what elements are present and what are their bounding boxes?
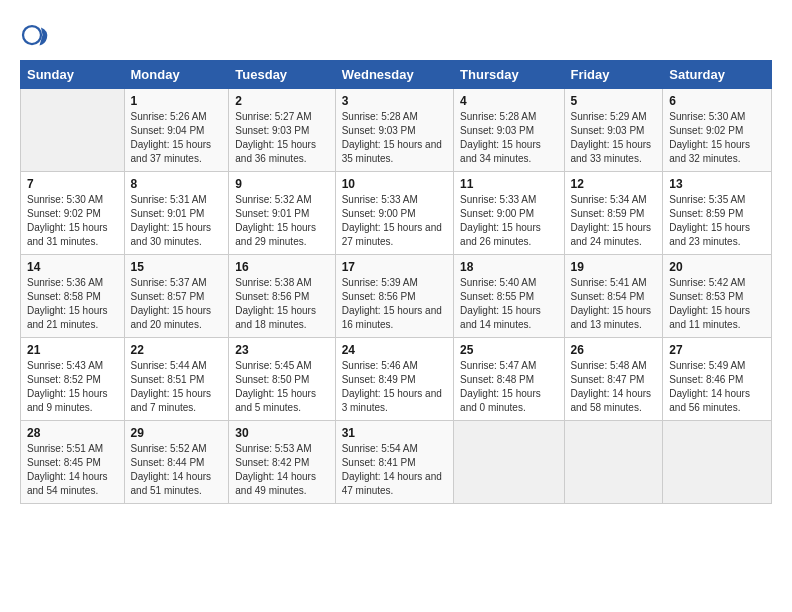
day-cell: 10Sunrise: 5:33 AMSunset: 9:00 PMDayligh… (335, 172, 453, 255)
day-cell: 28Sunrise: 5:51 AMSunset: 8:45 PMDayligh… (21, 421, 125, 504)
day-number: 19 (571, 260, 657, 274)
weekday-header-saturday: Saturday (663, 61, 772, 89)
day-number: 25 (460, 343, 557, 357)
day-info: Sunrise: 5:43 AMSunset: 8:52 PMDaylight:… (27, 359, 118, 415)
day-info: Sunrise: 5:47 AMSunset: 8:48 PMDaylight:… (460, 359, 557, 415)
day-number: 7 (27, 177, 118, 191)
day-number: 12 (571, 177, 657, 191)
day-number: 16 (235, 260, 328, 274)
day-cell: 3Sunrise: 5:28 AMSunset: 9:03 PMDaylight… (335, 89, 453, 172)
day-info: Sunrise: 5:42 AMSunset: 8:53 PMDaylight:… (669, 276, 765, 332)
day-number: 11 (460, 177, 557, 191)
day-info: Sunrise: 5:39 AMSunset: 8:56 PMDaylight:… (342, 276, 447, 332)
day-cell (454, 421, 564, 504)
weekday-header-thursday: Thursday (454, 61, 564, 89)
day-cell: 16Sunrise: 5:38 AMSunset: 8:56 PMDayligh… (229, 255, 335, 338)
day-cell: 11Sunrise: 5:33 AMSunset: 9:00 PMDayligh… (454, 172, 564, 255)
day-cell: 14Sunrise: 5:36 AMSunset: 8:58 PMDayligh… (21, 255, 125, 338)
day-number: 1 (131, 94, 223, 108)
day-cell: 2Sunrise: 5:27 AMSunset: 9:03 PMDaylight… (229, 89, 335, 172)
day-cell: 15Sunrise: 5:37 AMSunset: 8:57 PMDayligh… (124, 255, 229, 338)
weekday-header-friday: Friday (564, 61, 663, 89)
day-number: 6 (669, 94, 765, 108)
day-cell: 26Sunrise: 5:48 AMSunset: 8:47 PMDayligh… (564, 338, 663, 421)
day-number: 20 (669, 260, 765, 274)
day-info: Sunrise: 5:33 AMSunset: 9:00 PMDaylight:… (460, 193, 557, 249)
day-cell: 20Sunrise: 5:42 AMSunset: 8:53 PMDayligh… (663, 255, 772, 338)
day-number: 15 (131, 260, 223, 274)
day-number: 5 (571, 94, 657, 108)
day-info: Sunrise: 5:44 AMSunset: 8:51 PMDaylight:… (131, 359, 223, 415)
day-cell: 19Sunrise: 5:41 AMSunset: 8:54 PMDayligh… (564, 255, 663, 338)
day-info: Sunrise: 5:37 AMSunset: 8:57 PMDaylight:… (131, 276, 223, 332)
day-info: Sunrise: 5:32 AMSunset: 9:01 PMDaylight:… (235, 193, 328, 249)
calendar-table: SundayMondayTuesdayWednesdayThursdayFrid… (20, 60, 772, 504)
day-info: Sunrise: 5:49 AMSunset: 8:46 PMDaylight:… (669, 359, 765, 415)
day-info: Sunrise: 5:46 AMSunset: 8:49 PMDaylight:… (342, 359, 447, 415)
day-cell: 1Sunrise: 5:26 AMSunset: 9:04 PMDaylight… (124, 89, 229, 172)
day-cell: 13Sunrise: 5:35 AMSunset: 8:59 PMDayligh… (663, 172, 772, 255)
day-cell: 21Sunrise: 5:43 AMSunset: 8:52 PMDayligh… (21, 338, 125, 421)
day-number: 13 (669, 177, 765, 191)
week-row-1: 1Sunrise: 5:26 AMSunset: 9:04 PMDaylight… (21, 89, 772, 172)
day-number: 26 (571, 343, 657, 357)
weekday-header-wednesday: Wednesday (335, 61, 453, 89)
weekday-header-monday: Monday (124, 61, 229, 89)
day-number: 27 (669, 343, 765, 357)
day-cell: 27Sunrise: 5:49 AMSunset: 8:46 PMDayligh… (663, 338, 772, 421)
day-number: 31 (342, 426, 447, 440)
day-cell: 22Sunrise: 5:44 AMSunset: 8:51 PMDayligh… (124, 338, 229, 421)
week-row-4: 21Sunrise: 5:43 AMSunset: 8:52 PMDayligh… (21, 338, 772, 421)
day-cell: 18Sunrise: 5:40 AMSunset: 8:55 PMDayligh… (454, 255, 564, 338)
day-number: 22 (131, 343, 223, 357)
day-info: Sunrise: 5:54 AMSunset: 8:41 PMDaylight:… (342, 442, 447, 498)
day-number: 21 (27, 343, 118, 357)
day-cell (663, 421, 772, 504)
day-info: Sunrise: 5:48 AMSunset: 8:47 PMDaylight:… (571, 359, 657, 415)
header (20, 20, 772, 50)
day-info: Sunrise: 5:26 AMSunset: 9:04 PMDaylight:… (131, 110, 223, 166)
day-number: 8 (131, 177, 223, 191)
day-info: Sunrise: 5:28 AMSunset: 9:03 PMDaylight:… (342, 110, 447, 166)
day-number: 24 (342, 343, 447, 357)
day-cell: 31Sunrise: 5:54 AMSunset: 8:41 PMDayligh… (335, 421, 453, 504)
day-cell (564, 421, 663, 504)
day-info: Sunrise: 5:40 AMSunset: 8:55 PMDaylight:… (460, 276, 557, 332)
week-row-2: 7Sunrise: 5:30 AMSunset: 9:02 PMDaylight… (21, 172, 772, 255)
day-info: Sunrise: 5:38 AMSunset: 8:56 PMDaylight:… (235, 276, 328, 332)
day-number: 29 (131, 426, 223, 440)
day-number: 14 (27, 260, 118, 274)
day-info: Sunrise: 5:34 AMSunset: 8:59 PMDaylight:… (571, 193, 657, 249)
day-info: Sunrise: 5:45 AMSunset: 8:50 PMDaylight:… (235, 359, 328, 415)
day-info: Sunrise: 5:36 AMSunset: 8:58 PMDaylight:… (27, 276, 118, 332)
day-cell: 4Sunrise: 5:28 AMSunset: 9:03 PMDaylight… (454, 89, 564, 172)
day-cell: 7Sunrise: 5:30 AMSunset: 9:02 PMDaylight… (21, 172, 125, 255)
header-row: SundayMondayTuesdayWednesdayThursdayFrid… (21, 61, 772, 89)
day-number: 4 (460, 94, 557, 108)
day-info: Sunrise: 5:27 AMSunset: 9:03 PMDaylight:… (235, 110, 328, 166)
svg-point-0 (23, 26, 41, 44)
day-info: Sunrise: 5:52 AMSunset: 8:44 PMDaylight:… (131, 442, 223, 498)
day-cell: 24Sunrise: 5:46 AMSunset: 8:49 PMDayligh… (335, 338, 453, 421)
day-info: Sunrise: 5:35 AMSunset: 8:59 PMDaylight:… (669, 193, 765, 249)
week-row-3: 14Sunrise: 5:36 AMSunset: 8:58 PMDayligh… (21, 255, 772, 338)
day-number: 2 (235, 94, 328, 108)
day-number: 3 (342, 94, 447, 108)
day-number: 18 (460, 260, 557, 274)
week-row-5: 28Sunrise: 5:51 AMSunset: 8:45 PMDayligh… (21, 421, 772, 504)
day-cell: 30Sunrise: 5:53 AMSunset: 8:42 PMDayligh… (229, 421, 335, 504)
day-cell: 8Sunrise: 5:31 AMSunset: 9:01 PMDaylight… (124, 172, 229, 255)
day-number: 23 (235, 343, 328, 357)
day-number: 30 (235, 426, 328, 440)
day-info: Sunrise: 5:41 AMSunset: 8:54 PMDaylight:… (571, 276, 657, 332)
weekday-header-sunday: Sunday (21, 61, 125, 89)
day-info: Sunrise: 5:31 AMSunset: 9:01 PMDaylight:… (131, 193, 223, 249)
day-cell: 9Sunrise: 5:32 AMSunset: 9:01 PMDaylight… (229, 172, 335, 255)
day-cell: 17Sunrise: 5:39 AMSunset: 8:56 PMDayligh… (335, 255, 453, 338)
day-info: Sunrise: 5:28 AMSunset: 9:03 PMDaylight:… (460, 110, 557, 166)
day-cell: 25Sunrise: 5:47 AMSunset: 8:48 PMDayligh… (454, 338, 564, 421)
weekday-header-tuesday: Tuesday (229, 61, 335, 89)
day-info: Sunrise: 5:33 AMSunset: 9:00 PMDaylight:… (342, 193, 447, 249)
day-number: 10 (342, 177, 447, 191)
day-info: Sunrise: 5:30 AMSunset: 9:02 PMDaylight:… (27, 193, 118, 249)
